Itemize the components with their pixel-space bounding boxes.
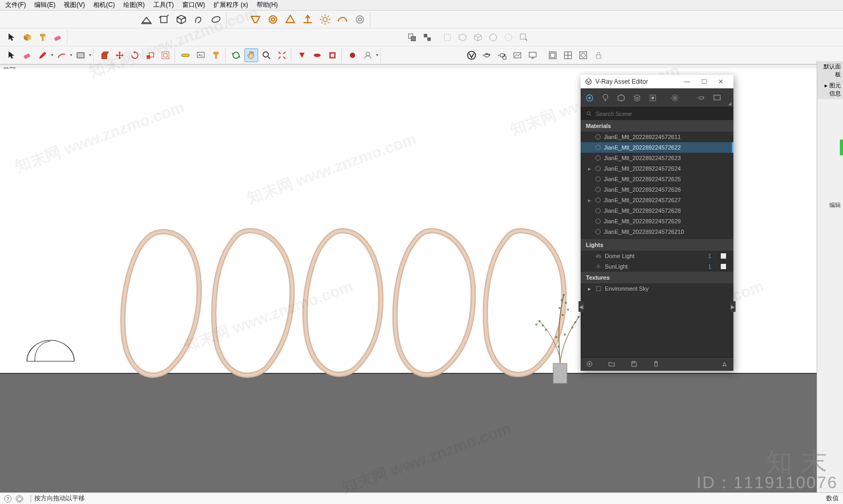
style4-icon[interactable] bbox=[191, 12, 207, 27]
offset-icon[interactable] bbox=[159, 48, 172, 62]
material-item[interactable]: JianE_Mtl_202289224572611 bbox=[581, 132, 733, 142]
tray-panel[interactable]: 默认面板 ▸ 图元信息 bbox=[817, 61, 843, 504]
teapot2-icon[interactable] bbox=[495, 48, 509, 62]
menu-help[interactable]: 帮助(H) bbox=[252, 0, 282, 11]
menu-view[interactable]: 视图(V) bbox=[60, 0, 89, 11]
eraser2-icon[interactable] bbox=[21, 48, 34, 62]
cam-persp-icon[interactable] bbox=[248, 12, 263, 27]
menu-extensions[interactable]: 扩展程序 (x) bbox=[209, 0, 252, 11]
purge-icon[interactable] bbox=[721, 360, 728, 369]
cam-dome-icon[interactable] bbox=[335, 12, 350, 27]
menu-camera[interactable]: 相机(C) bbox=[89, 0, 119, 11]
pencil-icon[interactable] bbox=[36, 48, 50, 62]
monitor-icon[interactable] bbox=[526, 48, 540, 62]
scroll-left-icon[interactable]: ◀ bbox=[579, 301, 584, 312]
vray-circle-icon[interactable] bbox=[486, 31, 500, 44]
rotate-icon[interactable] bbox=[128, 48, 142, 62]
vray-dotcircle-icon[interactable] bbox=[502, 31, 515, 44]
style5-icon[interactable] bbox=[208, 12, 224, 27]
light-item[interactable]: Dome Light1 bbox=[581, 251, 733, 261]
vray-sel1-icon[interactable] bbox=[405, 31, 419, 44]
model-ring-3[interactable] bbox=[298, 226, 388, 379]
rect-icon[interactable] bbox=[74, 48, 87, 62]
vray-asset-editor[interactable]: V-Ray Asset Editor — ☐ ✕ ◢ Search Scene … bbox=[581, 75, 733, 371]
material-item[interactable]: JianE_Mtl_2022892245726210 bbox=[581, 226, 733, 237]
bug-icon[interactable] bbox=[346, 48, 359, 62]
vray-section-materials[interactable]: Materials bbox=[581, 120, 733, 132]
arrow-icon[interactable] bbox=[5, 48, 19, 62]
paint-icon[interactable] bbox=[36, 31, 50, 44]
viewport1-icon[interactable] bbox=[546, 48, 560, 62]
vray-section-lights[interactable]: Lights bbox=[581, 239, 733, 251]
move-icon[interactable] bbox=[113, 48, 126, 62]
paint2-icon[interactable] bbox=[209, 48, 223, 62]
vray-maximize-button[interactable]: ☐ bbox=[695, 78, 712, 85]
menu-draw[interactable]: 绘图(R) bbox=[119, 0, 149, 11]
viewport3-icon[interactable] bbox=[576, 48, 590, 62]
vray-titlebar[interactable]: V-Ray Asset Editor — ☐ ✕ bbox=[581, 75, 733, 88]
vray-wire1-icon[interactable] bbox=[456, 31, 469, 44]
model-ring-4[interactable] bbox=[389, 226, 478, 379]
user-icon[interactable] bbox=[361, 48, 375, 62]
vray-tab-gear-icon[interactable] bbox=[670, 93, 680, 103]
cam-sun-icon[interactable] bbox=[317, 12, 333, 27]
tape-icon[interactable] bbox=[179, 48, 192, 62]
vray-tab-geometry-icon[interactable] bbox=[616, 93, 626, 103]
save-asset-icon[interactable] bbox=[630, 360, 638, 369]
orbit-icon[interactable] bbox=[229, 48, 243, 62]
vray-tab-textures-icon[interactable] bbox=[632, 93, 642, 103]
arc-icon[interactable] bbox=[55, 48, 68, 62]
vray-tab-lights-icon[interactable] bbox=[601, 93, 610, 103]
select-icon[interactable] bbox=[5, 31, 19, 44]
eraser-icon[interactable] bbox=[51, 31, 65, 44]
viewport2-icon[interactable] bbox=[561, 48, 575, 62]
zoom-extents-icon[interactable] bbox=[275, 48, 289, 62]
add-asset-icon[interactable] bbox=[586, 360, 593, 369]
pushpull-icon[interactable] bbox=[97, 48, 111, 62]
vray-section-textures[interactable]: Textures bbox=[581, 272, 733, 283]
cam-circle-icon[interactable] bbox=[265, 12, 281, 27]
vray-logo-icon[interactable] bbox=[465, 48, 478, 62]
red3-icon[interactable] bbox=[326, 48, 339, 62]
status-info-icon[interactable]: ? bbox=[4, 495, 12, 502]
cam-target-icon[interactable] bbox=[352, 12, 368, 27]
vray-minimize-button[interactable]: — bbox=[679, 78, 695, 85]
material-item[interactable]: JianE_Mtl_202289224572629 bbox=[581, 216, 733, 226]
teapot1-icon[interactable] bbox=[480, 48, 494, 62]
vray-tab-frame-icon[interactable] bbox=[712, 93, 722, 103]
model-ring-1[interactable] bbox=[116, 226, 205, 379]
status-user-icon[interactable]: ◯ bbox=[16, 495, 23, 502]
material-item[interactable]: JianE_Mtl_202289224572626 bbox=[581, 184, 733, 195]
menu-tools[interactable]: 工具(T) bbox=[149, 0, 178, 11]
style2-icon[interactable] bbox=[156, 12, 172, 27]
vray-box1-icon[interactable] bbox=[440, 31, 454, 44]
delete-icon[interactable] bbox=[652, 360, 660, 369]
vray-wire2-icon[interactable] bbox=[471, 31, 485, 44]
pan-icon[interactable] bbox=[244, 48, 258, 62]
cam-cone-icon[interactable] bbox=[282, 12, 298, 27]
vray-cursorbox-icon[interactable] bbox=[517, 31, 531, 44]
vray-search[interactable]: Search Scene bbox=[581, 107, 733, 120]
scale-icon[interactable] bbox=[143, 48, 157, 62]
vray-tab-settings2-icon[interactable] bbox=[648, 93, 658, 103]
vray-tab-materials-icon[interactable] bbox=[585, 93, 594, 103]
model-ring-2[interactable] bbox=[208, 226, 297, 379]
cam-floor-icon[interactable] bbox=[300, 12, 316, 27]
vray-sel2-icon[interactable] bbox=[420, 31, 434, 44]
vray-tab-render-icon[interactable] bbox=[697, 93, 706, 103]
material-item[interactable]: JianE_Mtl_202289224572628 bbox=[581, 205, 733, 216]
menu-file[interactable]: 文件(F) bbox=[1, 0, 30, 11]
menu-edit[interactable]: 编辑(E) bbox=[30, 0, 60, 11]
folder-icon[interactable] bbox=[608, 360, 615, 369]
vray-close-button[interactable]: ✕ bbox=[712, 78, 729, 85]
text-icon[interactable]: A1 bbox=[194, 48, 208, 62]
material-item[interactable]: ▸JianE_Mtl_202289224572624 bbox=[581, 163, 733, 174]
frame-render-icon[interactable] bbox=[511, 48, 524, 62]
light-item[interactable]: SunLight1 bbox=[581, 261, 733, 272]
material-item[interactable]: JianE_Mtl_202289224572625 bbox=[581, 174, 733, 184]
materials-icon[interactable] bbox=[21, 31, 34, 44]
material-item[interactable]: ▸JianE_Mtl_202289224572627 bbox=[581, 195, 733, 205]
red1-icon[interactable] bbox=[295, 48, 309, 62]
style1-icon[interactable] bbox=[139, 12, 154, 27]
scroll-right-icon[interactable]: ▶ bbox=[730, 301, 736, 312]
